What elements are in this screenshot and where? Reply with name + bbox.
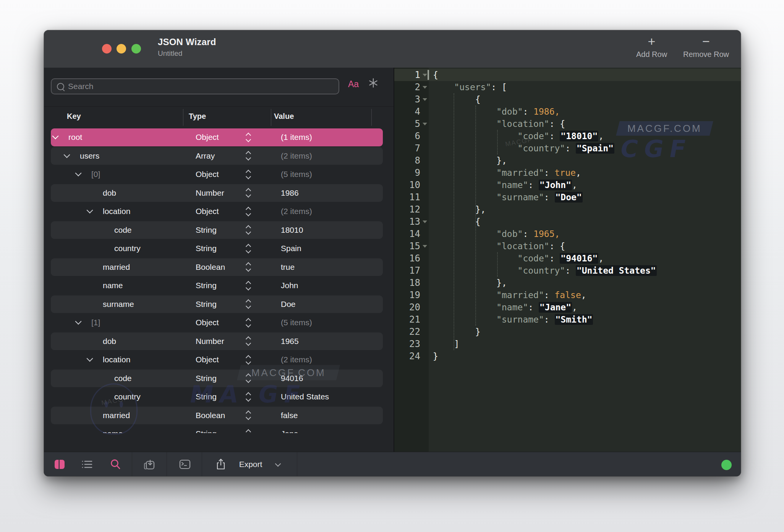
disclosure-chevron-icon[interactable]: [65, 147, 69, 165]
row-key[interactable]: country: [114, 239, 141, 258]
remove-row-button[interactable]: − Remove Row: [677, 35, 735, 59]
disclosure-chevron-icon[interactable]: [76, 313, 81, 332]
table-row[interactable]: [0]Object(5 items): [44, 165, 394, 184]
table-row[interactable]: locationObject(2 items): [44, 202, 394, 221]
editor-line[interactable]: 3 {: [394, 93, 741, 105]
json-source-editor[interactable]: 1{2 "users": [3 {4 "dob": 1986,5 "locati…: [394, 68, 741, 452]
row-key[interactable]: [1]: [91, 313, 100, 332]
type-stepper[interactable]: [246, 221, 250, 240]
table-row[interactable]: dobNumber1965: [44, 332, 394, 351]
type-stepper[interactable]: [246, 406, 250, 425]
row-key[interactable]: name: [103, 276, 123, 295]
editor-line[interactable]: 14 "dob": 1965,: [394, 228, 741, 240]
search-input[interactable]: Search: [51, 78, 339, 94]
type-stepper[interactable]: [246, 147, 250, 165]
row-value[interactable]: 1965: [281, 332, 299, 351]
row-value[interactable]: 1986: [281, 184, 299, 203]
editor-line[interactable]: 4 "dob": 1986,: [394, 105, 741, 118]
disclosure-chevron-icon[interactable]: [76, 165, 81, 184]
editor-line[interactable]: 2 "users": [: [394, 81, 741, 93]
minimize-window-button[interactable]: [117, 44, 126, 54]
editor-line[interactable]: 18 },: [394, 277, 741, 289]
column-divider[interactable]: [183, 109, 183, 126]
row-key[interactable]: surname: [103, 295, 134, 314]
fold-arrow-icon[interactable]: [423, 123, 427, 125]
row-key[interactable]: location: [103, 202, 130, 221]
row-type[interactable]: Array: [196, 147, 215, 165]
editor-line[interactable]: 13 {: [394, 216, 741, 228]
fold-arrow-icon[interactable]: [423, 98, 427, 101]
row-value[interactable]: Jane: [281, 425, 298, 433]
row-value[interactable]: John: [281, 276, 298, 295]
type-stepper[interactable]: [246, 425, 250, 433]
row-type[interactable]: Object: [196, 128, 219, 147]
row-type[interactable]: String: [196, 425, 217, 433]
disclosure-chevron-icon[interactable]: [87, 202, 92, 221]
type-stepper[interactable]: [246, 184, 250, 203]
match-case-toggle[interactable]: Aa: [348, 79, 359, 89]
table-row[interactable]: surnameStringDoe: [44, 295, 394, 314]
editor-line[interactable]: 12 },: [394, 203, 741, 216]
editor-line[interactable]: 20 "name": "Jane",: [394, 301, 741, 313]
fold-arrow-icon[interactable]: [423, 245, 427, 248]
table-row[interactable]: [1]Object(5 items): [44, 313, 394, 332]
row-value[interactable]: (2 items): [281, 147, 312, 165]
import-button[interactable]: [142, 452, 157, 476]
column-divider[interactable]: [271, 109, 271, 126]
editor-line[interactable]: 16 "code": "94016",: [394, 252, 741, 264]
type-stepper[interactable]: [246, 202, 250, 221]
table-row[interactable]: nameStringJohn: [44, 276, 394, 295]
sidebar-view-button[interactable]: [52, 452, 67, 476]
row-value[interactable]: 18010: [281, 221, 303, 240]
table-row[interactable]: dobNumber1986: [44, 184, 394, 203]
table-row[interactable]: locationObject(2 items): [44, 350, 394, 369]
row-type[interactable]: Boolean: [196, 258, 225, 277]
row-type[interactable]: Object: [196, 165, 219, 184]
row-type[interactable]: String: [196, 239, 217, 258]
row-type[interactable]: Boolean: [196, 406, 225, 425]
row-type[interactable]: Object: [196, 202, 219, 221]
row-value[interactable]: (1 items): [281, 128, 312, 147]
editor-line[interactable]: 22 }: [394, 326, 741, 338]
row-value[interactable]: false: [281, 406, 298, 425]
editor-line[interactable]: 19 "married": false,: [394, 289, 741, 301]
add-row-button[interactable]: + Add Row: [628, 35, 675, 59]
row-key[interactable]: dob: [103, 184, 116, 203]
list-view-button[interactable]: [79, 452, 95, 476]
row-type[interactable]: Object: [196, 350, 219, 369]
close-window-button[interactable]: [102, 44, 112, 54]
disclosure-chevron-icon[interactable]: [53, 128, 58, 147]
row-type[interactable]: Object: [196, 313, 219, 332]
column-divider[interactable]: [371, 109, 372, 126]
row-type[interactable]: String: [196, 295, 217, 314]
row-value[interactable]: (5 items): [281, 165, 312, 184]
find-view-button[interactable]: [108, 452, 123, 476]
row-key[interactable]: location: [103, 350, 130, 369]
row-value[interactable]: Doe: [281, 295, 296, 314]
row-value[interactable]: (5 items): [281, 313, 312, 332]
row-key[interactable]: dob: [103, 332, 116, 351]
editor-line[interactable]: 9 "married": true,: [394, 167, 741, 179]
editor-line[interactable]: 24}: [394, 350, 741, 362]
row-type[interactable]: Number: [196, 332, 224, 351]
type-stepper[interactable]: [246, 332, 250, 351]
terminal-button[interactable]: [177, 452, 193, 476]
type-stepper[interactable]: [246, 295, 250, 314]
row-value[interactable]: true: [281, 258, 295, 277]
fold-arrow-icon[interactable]: [423, 86, 427, 89]
row-key[interactable]: married: [103, 258, 130, 277]
editor-line[interactable]: 15 "location": {: [394, 240, 741, 252]
type-stepper[interactable]: [246, 313, 250, 332]
row-type[interactable]: String: [196, 276, 217, 295]
editor-line[interactable]: 21 "surname": "Smith": [394, 313, 741, 326]
type-stepper[interactable]: [246, 258, 250, 277]
row-key[interactable]: code: [114, 221, 132, 240]
row-value[interactable]: (2 items): [281, 202, 312, 221]
type-stepper[interactable]: [246, 128, 250, 147]
editor-line[interactable]: 23 ]: [394, 338, 741, 350]
editor-line[interactable]: 11 "surname": "Doe": [394, 191, 741, 203]
zoom-window-button[interactable]: [131, 44, 141, 54]
table-row[interactable]: countryStringSpain: [44, 239, 394, 258]
disclosure-chevron-icon[interactable]: [87, 350, 92, 369]
table-row[interactable]: codeString18010: [44, 221, 394, 240]
